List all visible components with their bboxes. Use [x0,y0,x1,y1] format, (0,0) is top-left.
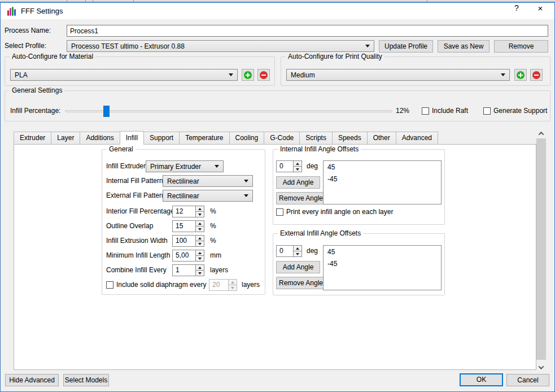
add-material-button[interactable] [242,69,254,81]
scrollbar-thumb[interactable] [536,138,546,360]
infill-percentage-slider-handle[interactable] [103,106,110,117]
internal-angles-listbox[interactable]: 45 -45 [323,160,442,204]
spin-down-icon [198,258,202,260]
tab-support[interactable]: Support [143,132,180,145]
spin-up-button[interactable] [294,161,301,167]
select-models-button[interactable]: Select Models [63,374,109,386]
select-profile-label: Select Profile: [5,40,46,52]
infill-extruder-label: Infill Extruder [106,160,146,172]
print-quality-value: Medium [291,71,497,79]
spin-up-icon [198,237,202,239]
internal-fill-pattern-combobox[interactable]: Rectilinear [163,175,253,187]
angle-list-item[interactable]: 45 [327,246,437,258]
external-angles-listbox[interactable]: 45 -45 [323,245,442,290]
spin-down-button[interactable] [294,167,301,172]
remove-quality-button[interactable] [530,69,543,81]
spinner-buttons[interactable] [293,246,301,256]
tab-gcode[interactable]: G-Code [264,132,300,145]
add-quality-button[interactable] [514,69,527,81]
general-settings-title: General Settings [10,86,64,95]
external-fill-pattern-combobox[interactable]: Rectilinear [163,190,253,202]
spin-up-button[interactable] [196,250,204,256]
spinner-value: 5,00 [176,250,189,261]
generate-support-checkbox[interactable] [483,107,491,115]
ok-button[interactable]: OK [460,373,503,386]
outline-overlap-unit: % [210,220,216,232]
tab-speeds[interactable]: Speeds [332,132,368,145]
infill-extrusion-width-label: Infill Extrusion Width [106,235,168,247]
tab-layer[interactable]: Layer [51,132,80,145]
spinner-buttons[interactable] [195,206,204,217]
spin-down-button[interactable] [196,256,204,261]
outline-overlap-spinner[interactable]: 15 [172,220,204,232]
material-combobox[interactable]: PLA [10,69,238,81]
angle-list-item[interactable]: -45 [327,258,437,270]
spinner-buttons[interactable] [195,250,204,261]
remove-material-button[interactable] [257,69,270,81]
infill-extrusion-width-spinner[interactable]: 100 [172,235,204,247]
spin-down-button[interactable] [196,271,204,276]
angle-list-item[interactable]: 45 [327,162,437,173]
combine-infill-every-label: Combine Infill Every [106,264,167,276]
spin-up-button [229,280,237,285]
interior-fill-percentage-spinner[interactable]: 12 [172,206,204,217]
internal-angle-spinner[interactable]: 0 [276,160,302,172]
select-profile-combobox[interactable]: Processo TEST ultimo - Extrusor 0.88 [67,40,374,52]
print-every-infill-angle-checkbox[interactable] [276,208,283,216]
remove-profile-button[interactable]: Remove [494,40,548,53]
spin-up-icon [296,247,299,250]
scroll-up-button[interactable] [536,129,546,138]
spin-down-button[interactable] [294,251,301,256]
spin-down-icon [296,168,299,171]
spin-up-button[interactable] [196,236,204,241]
process-name-input[interactable] [67,25,548,37]
print-quality-combobox[interactable]: Medium [286,69,510,81]
external-add-angle-button[interactable]: Add Angle [276,261,320,273]
hide-advanced-button[interactable]: Hide Advanced [5,374,59,386]
update-profile-button[interactable]: Update Profile [379,40,433,53]
include-raft-label: Include Raft [432,105,468,117]
spin-down-button[interactable] [196,212,204,217]
include-raft-checkbox[interactable] [422,107,429,115]
angle-list-item[interactable]: -45 [327,173,437,185]
help-button[interactable]: ? [507,0,526,16]
spin-up-button[interactable] [294,246,301,251]
tab-cooling[interactable]: Cooling [229,132,265,145]
include-solid-diaphragm-checkbox[interactable] [106,281,113,289]
spin-up-button[interactable] [196,206,204,212]
spinner-buttons [228,280,237,290]
spinner-buttons[interactable] [195,221,204,232]
scroll-down-button[interactable] [536,363,546,372]
interior-fill-percentage-unit: % [210,206,216,217]
tab-temperature[interactable]: Temperature [179,132,229,145]
minimum-infill-length-spinner[interactable]: 5,00 [172,250,204,262]
general-settings-group: General Settings [5,90,550,121]
tab-extruder[interactable]: Extruder [14,132,51,145]
spin-up-button[interactable] [196,221,204,227]
external-remove-angle-button[interactable]: Remove Angle [276,277,326,289]
spinner-buttons[interactable] [195,236,204,246]
spin-down-button[interactable] [196,241,204,246]
tab-infill[interactable]: Infill [120,131,144,145]
tab-advanced[interactable]: Advanced [396,132,438,145]
close-button[interactable]: × [531,0,550,16]
save-as-new-button[interactable]: Save as New [438,40,490,53]
tab-additions[interactable]: Additions [80,132,120,145]
process-name-label: Process Name: [5,25,51,37]
vertical-scrollbar[interactable] [536,129,546,372]
internal-add-angle-button[interactable]: Add Angle [276,176,320,189]
spinner-buttons[interactable] [293,161,301,172]
spin-down-button[interactable] [196,227,204,232]
spinner-buttons[interactable] [195,265,204,276]
internal-remove-angle-button[interactable]: Remove Angle [276,192,326,204]
tab-scripts[interactable]: Scripts [299,132,333,145]
tab-other[interactable]: Other [367,132,396,145]
infill-percentage-slider-track[interactable] [65,110,392,112]
spin-down-icon [198,214,202,216]
spin-up-button[interactable] [196,265,204,271]
cancel-button[interactable]: Cancel [506,374,549,386]
infill-extruder-combobox[interactable]: Primary Extruder [146,160,224,172]
add-icon [244,71,252,79]
combine-infill-every-spinner[interactable]: 1 [172,264,204,276]
external-angle-spinner[interactable]: 0 [276,245,302,257]
